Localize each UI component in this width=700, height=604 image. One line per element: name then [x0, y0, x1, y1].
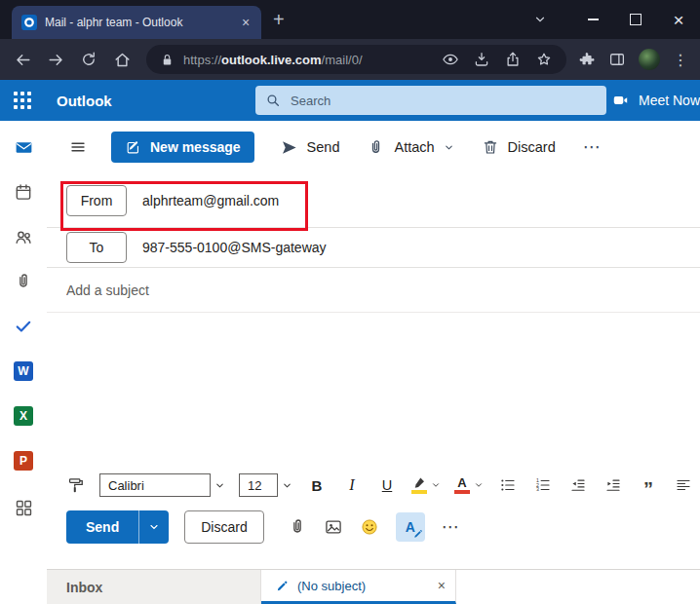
send-button[interactable]: Send — [66, 510, 138, 544]
url-text: https://outlook.live.com/mail/0/ — [183, 53, 363, 67]
folder-label: Inbox — [66, 580, 102, 595]
from-address[interactable]: alphrteam@gmail.com — [142, 193, 279, 208]
back-button[interactable] — [8, 45, 37, 74]
hamburger-icon — [69, 138, 87, 156]
chevron-down-icon[interactable] — [474, 480, 484, 490]
discard-button[interactable]: Discard — [184, 510, 263, 544]
chevron-down-icon — [148, 521, 160, 533]
app-title: Outlook — [57, 93, 112, 109]
url-scheme: https:// — [183, 53, 221, 67]
more-options-icon[interactable]: ⋯ — [442, 516, 461, 538]
draft-tab[interactable]: (No subject) × — [261, 570, 456, 604]
discard-command[interactable]: Discard — [482, 138, 556, 156]
draw-ink-button[interactable]: A — [396, 512, 425, 542]
rail-calendar-button[interactable] — [0, 170, 47, 214]
attach-file-icon[interactable] — [288, 517, 307, 537]
highlight-button[interactable] — [411, 476, 441, 494]
search-input[interactable] — [289, 93, 597, 109]
share-icon[interactable] — [504, 51, 522, 68]
send-command[interactable]: Send — [280, 138, 340, 157]
tab-close-icon[interactable]: × — [238, 15, 253, 30]
underline-button[interactable]: U — [376, 473, 398, 497]
reload-button[interactable] — [74, 45, 103, 74]
bookmark-star-icon[interactable] — [535, 51, 553, 68]
subject-row — [47, 268, 700, 313]
bullet-list-button[interactable] — [497, 473, 519, 497]
profile-avatar[interactable] — [639, 49, 660, 70]
extensions-puzzle-icon[interactable] — [578, 51, 596, 68]
browser-extras: ⋮ — [578, 49, 688, 70]
todo-check-icon — [14, 317, 33, 336]
new-tab-button[interactable]: + — [273, 10, 285, 29]
rail-attachments-button[interactable] — [0, 259, 47, 304]
install-download-icon[interactable] — [473, 51, 490, 68]
workspace: W X P — [0, 121, 700, 604]
bold-button[interactable]: B — [306, 473, 328, 497]
outlook-favicon-icon — [21, 15, 37, 30]
quote-button[interactable]: ” — [638, 473, 659, 497]
new-message-button[interactable]: New message — [111, 132, 254, 163]
outdent-icon — [569, 476, 587, 494]
outlook-header: Outlook Meet Now — [0, 80, 700, 121]
to-address[interactable]: 987-555-0100@SMS-gateway — [142, 240, 327, 255]
browser-titlebar: Mail - alphr team - Outlook × + × — [0, 0, 700, 39]
home-button[interactable] — [107, 45, 136, 74]
maximize-button[interactable] — [614, 0, 657, 39]
rail-todo-button[interactable] — [0, 304, 47, 349]
attach-command[interactable]: Attach — [367, 138, 453, 157]
search-box[interactable] — [255, 86, 606, 115]
outdent-button[interactable] — [567, 473, 589, 497]
font-size-combo[interactable]: 12 — [239, 473, 292, 497]
send-options-button[interactable] — [138, 510, 169, 544]
url-path: /mail/0/ — [322, 53, 363, 67]
font-color-button[interactable]: A — [454, 476, 484, 494]
chevron-down-icon[interactable] — [214, 480, 225, 491]
spacer — [47, 551, 700, 569]
send-button-label: Send — [86, 519, 119, 535]
chevron-down-icon[interactable] — [282, 480, 292, 491]
rail-excel-button[interactable]: X — [0, 394, 47, 438]
url-host: outlook.live.com — [221, 53, 322, 67]
rail-powerpoint-button[interactable]: P — [0, 438, 47, 483]
subject-input[interactable] — [47, 283, 700, 298]
format-painter-button[interactable] — [64, 473, 86, 497]
browser-tab[interactable]: Mail - alphr team - Outlook × — [12, 6, 261, 39]
font-name-value: Calibri — [108, 478, 144, 493]
side-panel-icon[interactable] — [608, 51, 626, 68]
numbered-list-button[interactable]: 123 — [532, 473, 554, 497]
font-name-combo[interactable]: Calibri — [99, 473, 225, 497]
minimize-button[interactable] — [571, 0, 614, 39]
browser-menu-kebab-icon[interactable]: ⋮ — [673, 51, 688, 69]
tab-title: Mail - alphr team - Outlook — [45, 16, 230, 29]
message-body[interactable] — [47, 313, 700, 468]
italic-button[interactable]: I — [341, 473, 363, 497]
rail-mail-button[interactable] — [0, 125, 47, 170]
tab-search-button[interactable] — [521, 0, 560, 39]
window-controls: × — [521, 0, 700, 39]
app-launcher-waffle-icon[interactable] — [14, 92, 31, 109]
meet-now-button[interactable]: Meet Now — [612, 80, 700, 121]
rail-word-button[interactable]: W — [0, 349, 47, 394]
people-icon — [14, 227, 33, 246]
address-bar[interactable]: https://outlook.live.com/mail/0/ — [146, 45, 566, 74]
from-button[interactable]: From — [66, 185, 127, 216]
reload-icon — [80, 51, 97, 68]
rail-people-button[interactable] — [0, 214, 47, 259]
collapse-nav-button[interactable] — [66, 135, 90, 159]
discard-command-label: Discard — [508, 139, 556, 155]
alignment-button[interactable] — [673, 473, 694, 497]
forward-button[interactable] — [41, 45, 70, 74]
emoji-smiley-icon[interactable] — [360, 517, 379, 537]
more-commands-icon[interactable]: ⋯ — [583, 136, 603, 158]
chevron-down-icon[interactable] — [431, 480, 441, 490]
rail-more-apps-button[interactable] — [0, 485, 47, 530]
inbox-list-header[interactable]: Inbox — [47, 570, 261, 604]
from-button-label: From — [81, 193, 113, 208]
indent-button[interactable] — [603, 473, 624, 497]
insert-image-icon[interactable] — [324, 517, 343, 537]
eye-icon[interactable] — [442, 51, 459, 68]
italic-icon: I — [349, 476, 354, 494]
to-button[interactable]: To — [66, 232, 127, 263]
close-window-button[interactable]: × — [657, 0, 700, 39]
draft-tab-close-icon[interactable]: × — [438, 578, 446, 593]
